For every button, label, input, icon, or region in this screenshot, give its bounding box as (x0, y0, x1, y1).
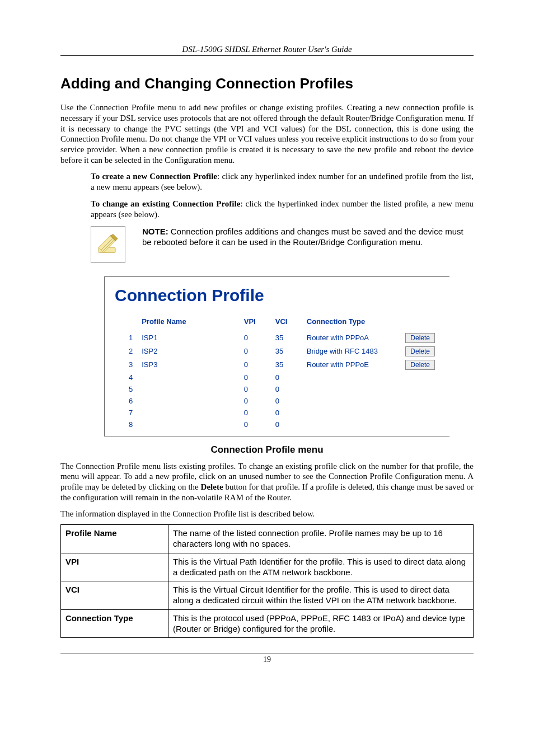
figure-caption: Connection Profile menu (60, 444, 474, 456)
note-icon (91, 226, 125, 263)
cp-th-vpi: VPI (240, 315, 271, 331)
cp-row-connection-type (302, 372, 401, 383)
cp-th-vci: VCI (271, 315, 302, 331)
note-rest: Connection profiles additions and change… (142, 227, 463, 247)
cp-row-action: Delete (401, 345, 439, 358)
cp-row-index-link[interactable]: 1 (115, 331, 137, 345)
intro-paragraph: Use the Connection Profile menu to add n… (60, 102, 474, 166)
page-number: 19 (60, 654, 474, 664)
cp-row-vci: 0 (271, 383, 302, 395)
cp-row-name: ISP2 (137, 345, 240, 358)
cp-row-action (401, 419, 439, 430)
cp-row-connection-type (302, 395, 401, 407)
desc-row: Connection TypeThis is the protocol used… (61, 609, 474, 638)
cp-row-index-link[interactable]: 5 (115, 383, 137, 395)
cp-row-connection-type: Router with PPPoE (302, 358, 401, 372)
desc-text: This is the Virtual Path Identifier for … (168, 553, 474, 581)
cp-row-vpi: 0 (240, 345, 271, 358)
cp-row-index-link[interactable]: 7 (115, 407, 137, 419)
delete-button[interactable]: Delete (405, 346, 435, 356)
cp-row-vci: 35 (271, 331, 302, 345)
cp-row-connection-type (302, 407, 401, 419)
cp-row-name (137, 407, 240, 419)
desc-row: VCIThis is the Virtual Circuit Identifie… (61, 581, 474, 610)
cp-row-connection-type: Bridge with RFC 1483 (302, 345, 401, 358)
cp-th-idx (115, 315, 137, 331)
cp-row-name (137, 395, 240, 407)
cp-row-action (401, 372, 439, 383)
cp-row-vci: 0 (271, 407, 302, 419)
cp-row-index-link[interactable]: 4 (115, 372, 137, 383)
cp-table: Profile Name VPI VCI Connection Type 1IS… (115, 315, 439, 430)
create-instruction: To create a new Connection Profile: clic… (91, 171, 474, 193)
cp-row-vci: 0 (271, 372, 302, 383)
section-title: Adding and Changing Connection Profiles (60, 75, 474, 92)
cp-row-connection-type: Router with PPPoA (302, 331, 401, 345)
cp-row: 3ISP3035Router with PPPoEDelete (115, 358, 439, 372)
cp-row: 400 (115, 372, 439, 383)
delete-button[interactable]: Delete (405, 360, 435, 370)
cp-row-name: ISP3 (137, 358, 240, 372)
after-paragraph-2: The information displayed in the Connect… (60, 509, 474, 519)
description-table: Profile NameThe name of the listed conne… (60, 524, 474, 638)
note-bold: NOTE: (142, 227, 168, 236)
create-bold: To create a new Connection Profile (91, 172, 217, 181)
connection-profile-panel: Connection Profile Profile Name VPI VCI … (104, 276, 449, 436)
after-paragraph-1: The Connection Profile menu lists existi… (60, 461, 474, 503)
cp-row: 800 (115, 419, 439, 430)
cp-row: 2ISP2035Bridge with RFC 1483Delete (115, 345, 439, 358)
cp-row-action: Delete (401, 358, 439, 372)
cp-row-vpi: 0 (240, 331, 271, 345)
cp-row-vpi: 0 (240, 407, 271, 419)
desc-row: VPIThis is the Virtual Path Identifier f… (61, 553, 474, 581)
cp-row-vci: 0 (271, 395, 302, 407)
cp-row-index-link[interactable]: 8 (115, 419, 137, 430)
cp-row: 600 (115, 395, 439, 407)
desc-label: Connection Type (61, 609, 168, 638)
cp-row-vci: 35 (271, 345, 302, 358)
cp-th-action (401, 315, 439, 331)
cp-row-vci: 35 (271, 358, 302, 372)
delete-button[interactable]: Delete (405, 333, 435, 343)
cp-row-action (401, 383, 439, 395)
cp-row-name (137, 372, 240, 383)
change-bold: To change an existing Connection Profile (91, 199, 240, 208)
cp-row-index-link[interactable]: 6 (115, 395, 137, 407)
cp-row-name: ISP1 (137, 331, 240, 345)
cp-row-index-link[interactable]: 3 (115, 358, 137, 372)
cp-row-connection-type (302, 419, 401, 430)
desc-row: Profile NameThe name of the listed conne… (61, 525, 474, 553)
desc-label: VPI (61, 553, 168, 581)
cp-row-vpi: 0 (240, 358, 271, 372)
cp-row-action: Delete (401, 331, 439, 345)
cp-row-name (137, 419, 240, 430)
change-instruction: To change an existing Connection Profile… (91, 199, 474, 220)
desc-label: Profile Name (61, 525, 168, 553)
cp-row: 1ISP1035Router with PPPoADelete (115, 331, 439, 345)
desc-label: VCI (61, 581, 168, 610)
cp-row-action (401, 395, 439, 407)
cp-th-ctype: Connection Type (302, 315, 401, 331)
desc-text: This is the Virtual Circuit Identifier f… (168, 581, 474, 610)
cp-th-name: Profile Name (137, 315, 240, 331)
cp-row: 700 (115, 407, 439, 419)
cp-row: 500 (115, 383, 439, 395)
cp-row-action (401, 407, 439, 419)
desc-text: The name of the listed connection profil… (168, 525, 474, 553)
cp-title: Connection Profile (115, 286, 439, 305)
desc-text: This is the protocol used (PPPoA, PPPoE,… (168, 609, 474, 638)
cp-row-vpi: 0 (240, 372, 271, 383)
cp-row-vpi: 0 (240, 395, 271, 407)
cp-row-connection-type (302, 383, 401, 395)
cp-row-name (137, 383, 240, 395)
cp-row-index-link[interactable]: 2 (115, 345, 137, 358)
cp-row-vci: 0 (271, 419, 302, 430)
after1-bold: Delete (201, 482, 223, 491)
cp-row-vpi: 0 (240, 419, 271, 430)
running-head: DSL-1500G SHDSL Ethernet Router User's G… (60, 45, 474, 56)
note-text: NOTE: Connection profiles additions and … (142, 226, 474, 248)
cp-row-vpi: 0 (240, 383, 271, 395)
